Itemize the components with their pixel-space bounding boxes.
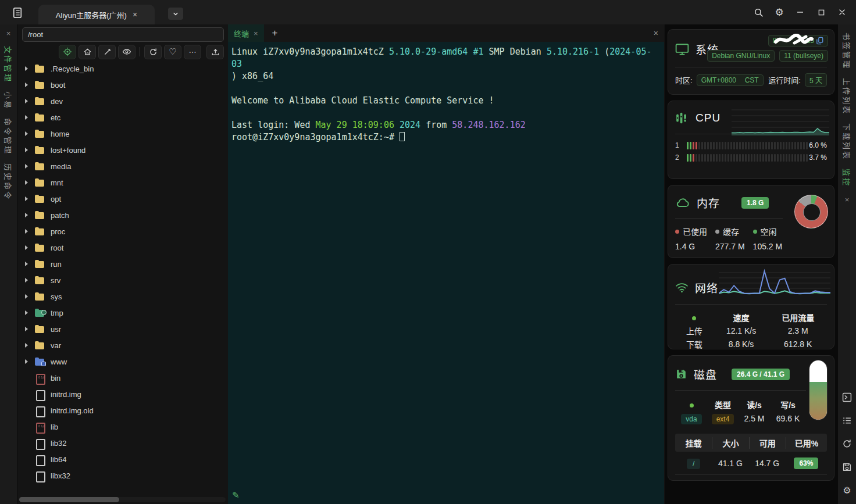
reconnect-refresh-icon[interactable] (841, 438, 853, 449)
expand-arrow-icon[interactable] (25, 343, 28, 348)
terminal-tab[interactable]: 终端 × (228, 24, 264, 42)
favorite-heart-icon[interactable]: ♡ (164, 45, 181, 59)
bar-segment (742, 154, 744, 162)
file-row[interactable]: tmp (18, 305, 228, 321)
file-row[interactable]: lib64 (18, 451, 228, 467)
file-row[interactable]: lost+found (18, 142, 228, 158)
expand-arrow-icon[interactable] (25, 294, 28, 299)
rail-tab[interactable]: 文件管理 (3, 46, 14, 83)
scrollbar-thumb[interactable] (19, 497, 119, 502)
locate-target-icon[interactable] (59, 45, 76, 59)
rail-tab[interactable]: 命令管理 (3, 118, 14, 155)
file-row[interactable]: media (18, 158, 228, 174)
expand-arrow-icon[interactable] (25, 327, 28, 331)
preview-eye-icon[interactable] (118, 45, 135, 59)
file-row[interactable]: bin (18, 370, 228, 386)
home-icon[interactable] (79, 45, 96, 59)
file-row[interactable]: initrd.img (18, 386, 228, 402)
read-column-header: 读/s (738, 399, 771, 410)
edit-pencil-icon[interactable] (98, 45, 116, 59)
expand-arrow-icon[interactable] (25, 148, 28, 152)
expand-arrow-icon[interactable] (25, 213, 28, 217)
close-button[interactable] (832, 0, 853, 24)
left-rail-close-icon[interactable]: × (0, 29, 17, 38)
write-column-header: 写/s (771, 399, 805, 410)
file-row[interactable]: usr (18, 321, 228, 337)
terminal-panel-close-icon[interactable]: × (654, 28, 658, 38)
maximize-button[interactable] (811, 0, 832, 24)
rail-tab[interactable]: 上传列表 (841, 78, 853, 115)
quick-edit-pen-icon[interactable]: ✎ (232, 490, 240, 501)
file-row[interactable]: var (18, 337, 228, 353)
file-row[interactable]: etc (18, 109, 228, 126)
file-icon (35, 423, 45, 431)
file-row[interactable]: libx32 (18, 467, 228, 484)
file-row[interactable]: www (18, 353, 228, 370)
file-row[interactable]: srv (18, 272, 228, 288)
expand-arrow-icon[interactable] (25, 359, 28, 364)
file-row[interactable]: home (18, 126, 228, 142)
ip-address-badge[interactable]: 8.35 (768, 35, 828, 47)
file-row[interactable]: patch (18, 207, 228, 223)
copy-icon[interactable] (816, 37, 823, 45)
path-input[interactable]: /root (22, 27, 224, 42)
expand-arrow-icon[interactable] (25, 180, 28, 185)
right-rail-close-icon[interactable]: × (838, 195, 856, 204)
expand-arrow-icon[interactable] (25, 83, 28, 87)
rail-tab[interactable]: 下载列表 (841, 123, 853, 160)
tab-list-dropdown[interactable] (168, 8, 183, 20)
folder-icon (35, 276, 45, 285)
settings-gear-icon[interactable]: ⚙ (769, 0, 790, 24)
file-row[interactable]: mnt (18, 174, 228, 191)
search-icon[interactable] (748, 0, 769, 24)
rail-tab[interactable]: 历史命令 (3, 163, 14, 201)
file-row[interactable]: proc (18, 223, 228, 240)
terminal-tab-close-icon[interactable]: × (254, 29, 258, 38)
expand-arrow-icon[interactable] (25, 196, 28, 201)
timezone-badge: GMT+0800 CST (697, 74, 764, 86)
app-menu-icon[interactable] (12, 7, 23, 19)
file-row[interactable]: lib32 (18, 435, 228, 451)
more-options-icon[interactable]: ⋯ (184, 45, 201, 59)
settings-gear-icon[interactable]: ⚙ (841, 484, 853, 496)
session-tab-close-icon[interactable]: × (133, 10, 137, 19)
rail-tab[interactable]: 监控 (841, 169, 853, 187)
expand-arrow-icon[interactable] (25, 131, 28, 136)
file-icon (35, 471, 45, 480)
expand-arrow-icon[interactable] (25, 99, 28, 103)
file-label: home (51, 130, 70, 138)
expand-arrow-icon[interactable] (25, 245, 28, 250)
file-row[interactable]: lib (18, 419, 228, 435)
file-row[interactable]: opt (18, 191, 228, 207)
minimize-button[interactable] (790, 0, 811, 24)
refresh-icon[interactable] (144, 45, 162, 59)
upload-icon[interactable] (206, 45, 224, 59)
open-terminal-icon[interactable] (841, 391, 853, 403)
terminal-output[interactable]: Linux iZ7xv0y9na3gopa1m1x4tcZ 5.10.0-29-… (228, 42, 664, 504)
expand-arrow-icon[interactable] (25, 164, 28, 169)
legend-value: 105.2 M (753, 242, 783, 251)
file-row[interactable]: dev (18, 93, 228, 109)
rail-tab[interactable]: 书签管理 (841, 33, 853, 70)
expand-arrow-icon[interactable] (25, 310, 28, 315)
session-tab[interactable]: Aliyun主服务器(广州) × (38, 5, 155, 24)
file-row[interactable]: .Recycle_bin (18, 60, 228, 77)
file-row[interactable]: sys (18, 288, 228, 305)
file-row[interactable]: root (18, 240, 228, 256)
file-label: libx32 (51, 471, 70, 480)
file-row[interactable]: boot (18, 77, 228, 93)
file-row[interactable]: run (18, 256, 228, 272)
file-row[interactable]: initrd.img.old (18, 402, 228, 419)
expand-arrow-icon[interactable] (25, 66, 28, 71)
expand-arrow-icon[interactable] (25, 262, 28, 266)
expand-arrow-icon[interactable] (25, 115, 28, 120)
speed-column-header: 速度 (714, 312, 769, 323)
folder-icon (35, 227, 45, 236)
task-list-icon[interactable] (841, 414, 853, 426)
bar-segment (739, 154, 741, 162)
expand-arrow-icon[interactable] (25, 278, 28, 283)
save-session-icon[interactable] (841, 461, 853, 473)
new-tab-icon[interactable]: + (272, 27, 278, 39)
rail-tab[interactable]: 小易 (3, 91, 14, 110)
expand-arrow-icon[interactable] (25, 229, 28, 234)
